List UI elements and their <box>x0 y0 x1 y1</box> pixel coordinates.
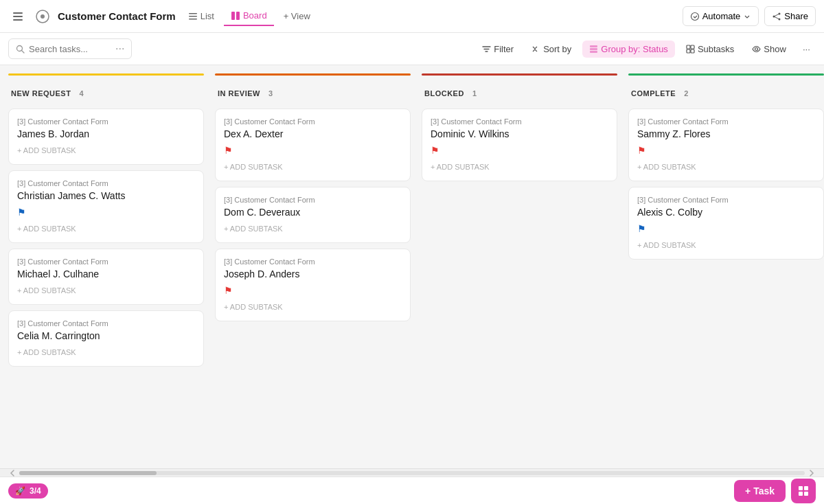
add-subtask-button[interactable]: + ADD SUBTASK <box>224 161 402 172</box>
column-count: 3 <box>268 89 273 98</box>
card-meta: [3] Customer Contact Form <box>224 196 402 204</box>
add-subtask-button[interactable]: + ADD SUBTASK <box>637 240 815 251</box>
scrollbar-area[interactable] <box>0 468 824 477</box>
nav-list[interactable]: List <box>181 7 221 25</box>
svg-rect-2 <box>13 19 23 21</box>
search-more-icon[interactable]: ··· <box>115 43 124 55</box>
column-bar-in-review <box>215 73 411 76</box>
column-header-new-request: NEW REQUEST4 <box>8 84 204 103</box>
add-subtask-button[interactable]: + ADD SUBTASK <box>224 301 402 312</box>
svg-rect-8 <box>231 12 235 20</box>
card[interactable]: [3] Customer Contact FormAlexis C. Colby… <box>628 187 824 260</box>
svg-rect-9 <box>236 12 240 20</box>
card[interactable]: [3] Customer Contact FormDom C. Deveraux… <box>215 187 411 243</box>
show-button[interactable]: Show <box>745 41 793 58</box>
grid-icon <box>797 485 810 497</box>
column-title: NEW REQUEST <box>11 89 71 98</box>
card-meta: [3] Customer Contact Form <box>637 196 815 204</box>
svg-rect-23 <box>687 49 690 53</box>
group-by-button[interactable]: Group by: Status <box>582 41 675 58</box>
column-blocked: BLOCKED1[3] Customer Contact FormDominic… <box>422 73 617 460</box>
search-input[interactable] <box>29 44 111 54</box>
card-meta: [3] Customer Contact Form <box>224 257 402 266</box>
add-subtask-button[interactable]: + ADD SUBTASK <box>17 285 195 296</box>
card[interactable]: [3] Customer Contact FormSammy Z. Flores… <box>628 108 824 181</box>
column-bar-complete <box>628 73 824 76</box>
scrollbar-thumb[interactable] <box>19 471 157 475</box>
svg-rect-20 <box>590 51 597 53</box>
card[interactable]: [3] Customer Contact FormCelia M. Carrin… <box>8 310 204 367</box>
add-subtask-button[interactable]: + ADD SUBTASK <box>431 161 608 172</box>
card-title: Dominic V. Wilkins <box>431 128 608 139</box>
column-title: IN REVIEW <box>218 89 260 98</box>
card-meta: [3] Customer Contact Form <box>17 319 195 328</box>
rocket-badge[interactable]: 🚀 3/4 <box>8 483 48 499</box>
flag-icon-red: ⚑ <box>637 145 815 156</box>
flag-icon-blue: ⚑ <box>637 223 815 234</box>
subtasks-button[interactable]: Subtasks <box>679 41 741 58</box>
card[interactable]: [3] Customer Contact FormDominic V. Wilk… <box>422 108 617 181</box>
sidebar-toggle[interactable] <box>8 7 27 26</box>
add-subtask-button[interactable]: + ADD SUBTASK <box>17 145 195 156</box>
bottom-bar: 🚀 3/4 + Task <box>0 477 824 504</box>
card-title: Dom C. Deveraux <box>224 207 402 218</box>
search-box[interactable]: ··· <box>8 38 132 59</box>
svg-rect-21 <box>687 45 690 49</box>
card[interactable]: [3] Customer Contact FormJames B. Jordan… <box>8 108 204 165</box>
nav-board[interactable]: Board <box>224 6 274 26</box>
header: Customer Contact Form List Board + View … <box>0 0 824 33</box>
add-subtask-button[interactable]: + ADD SUBTASK <box>17 223 195 234</box>
header-nav: List Board + View <box>181 6 317 26</box>
card-meta: [3] Customer Contact Form <box>17 257 195 266</box>
svg-rect-24 <box>691 49 694 53</box>
svg-rect-26 <box>799 486 803 490</box>
card-title: Dex A. Dexter <box>224 128 402 139</box>
card[interactable]: [3] Customer Contact FormDex A. Dexter⚑+… <box>215 108 411 181</box>
card-title: Christian James C. Watts <box>17 190 195 201</box>
card-meta: [3] Customer Contact Form <box>224 117 402 126</box>
add-subtask-button[interactable]: + ADD SUBTASK <box>637 161 815 172</box>
svg-rect-27 <box>804 486 808 490</box>
card[interactable]: [3] Customer Contact FormChristian James… <box>8 170 204 243</box>
toolbar-right: Filter Sort by Group by: Status Subtasks… <box>475 41 816 58</box>
filter-button[interactable]: Filter <box>475 41 520 58</box>
svg-line-14 <box>774 14 779 16</box>
rocket-icon: 🚀 <box>15 486 25 496</box>
add-subtask-button[interactable]: + ADD SUBTASK <box>17 347 195 358</box>
scroll-left-icon[interactable] <box>8 469 16 477</box>
share-button[interactable]: Share <box>764 6 816 26</box>
sort-button[interactable]: Sort by <box>525 41 578 58</box>
svg-line-15 <box>774 16 779 19</box>
nav-add-view[interactable]: + View <box>277 7 317 25</box>
svg-rect-18 <box>590 45 597 47</box>
svg-rect-1 <box>13 16 23 17</box>
add-subtask-button[interactable]: + ADD SUBTASK <box>224 223 402 234</box>
grid-icon-button[interactable] <box>791 479 816 503</box>
column-bar-new-request <box>8 73 204 76</box>
scroll-right-icon[interactable] <box>808 469 816 477</box>
add-task-button[interactable]: + Task <box>734 480 786 502</box>
card[interactable]: [3] Customer Contact FormJoseph D. Ander… <box>215 249 411 321</box>
card-meta: [3] Customer Contact Form <box>17 179 195 187</box>
page-title: Customer Contact Form <box>58 10 176 22</box>
automate-button[interactable]: Automate <box>683 6 759 26</box>
svg-rect-0 <box>13 12 23 14</box>
flag-icon-red: ⚑ <box>224 145 402 156</box>
column-count: 2 <box>684 89 688 98</box>
svg-rect-7 <box>189 19 197 20</box>
card-title: James B. Jordan <box>17 128 195 139</box>
svg-rect-6 <box>189 16 197 17</box>
header-right: Automate Share <box>683 6 816 26</box>
svg-rect-29 <box>804 492 808 496</box>
card-meta: [3] Customer Contact Form <box>431 117 608 126</box>
board: NEW REQUEST4[3] Customer Contact FormJam… <box>0 65 824 468</box>
app-icon <box>33 7 52 26</box>
svg-rect-22 <box>691 45 694 49</box>
card[interactable]: [3] Customer Contact FormMichael J. Culh… <box>8 249 204 305</box>
column-header-in-review: IN REVIEW3 <box>215 84 411 103</box>
column-header-complete: COMPLETE2 <box>628 84 824 103</box>
column-count: 1 <box>472 89 477 98</box>
toolbar-more-button[interactable]: ··· <box>797 41 816 58</box>
svg-point-25 <box>755 47 758 50</box>
scrollbar-track[interactable] <box>19 471 805 475</box>
